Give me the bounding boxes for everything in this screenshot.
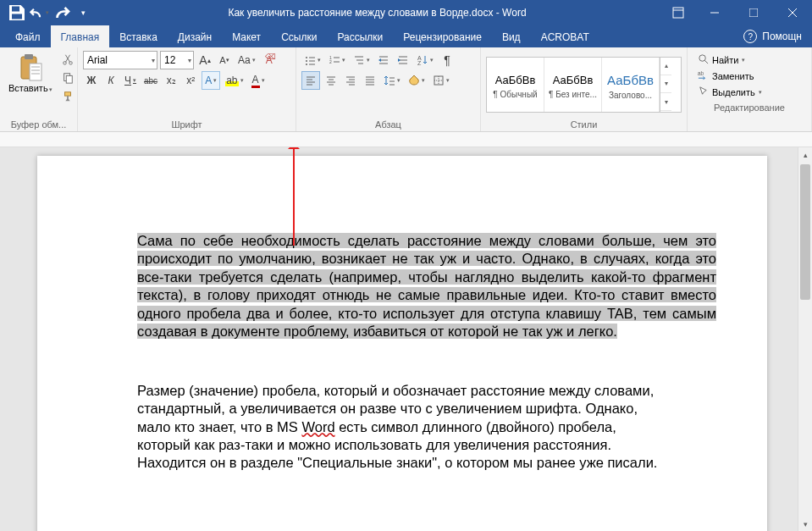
gallery-down[interactable]: ▾ (660, 75, 671, 93)
bold-button[interactable]: Ж (83, 71, 100, 90)
tab-acrobat[interactable]: ACROBAT (531, 25, 599, 47)
paragraph-1[interactable]: Сама по себе необходимость сделать расст… (137, 232, 716, 341)
document-page[interactable]: Сама по себе необходимость сделать расст… (37, 156, 767, 531)
font-color-button[interactable]: A (249, 71, 268, 90)
title-bar: ▾ Как увеличить расстояние между словами… (0, 0, 812, 25)
maximize-button[interactable] (734, 0, 773, 25)
ribbon-tabs: Файл Главная Вставка Дизайн Макет Ссылки… (0, 25, 812, 47)
svg-rect-17 (64, 92, 70, 96)
sort-button[interactable]: AZ (414, 51, 436, 69)
annotation-arrow (293, 147, 295, 246)
minimize-button[interactable] (695, 0, 734, 25)
align-center-button[interactable] (323, 71, 340, 90)
font-size-combo[interactable]: 12 (160, 51, 194, 69)
tab-view[interactable]: Вид (492, 25, 531, 47)
vertical-scrollbar[interactable]: ▴ ▾ (798, 147, 812, 531)
svg-rect-16 (66, 75, 72, 83)
cut-button[interactable] (59, 51, 76, 68)
clear-format-button[interactable]: A⌫ (261, 51, 278, 69)
window-controls (695, 0, 812, 25)
tab-references[interactable]: Ссылки (271, 25, 327, 47)
svg-rect-4 (749, 8, 758, 17)
window-title: Как увеличить расстояние между словами в… (93, 7, 661, 19)
tab-insert[interactable]: Вставка (109, 25, 168, 47)
tab-file[interactable]: Файл (5, 25, 51, 47)
show-marks-button[interactable]: ¶ (439, 51, 456, 69)
multilevel-button[interactable] (351, 51, 373, 69)
group-label-font: Шрифт (83, 118, 290, 131)
styles-gallery: АаБбВв ¶ Обычный АаБбВв ¶ Без инте... Аа… (486, 57, 682, 113)
group-clipboard: Вставить Буфер обм... (0, 47, 78, 131)
bullets-button[interactable] (301, 51, 323, 69)
shrink-font-button[interactable]: A▾ (216, 51, 233, 69)
quick-access-toolbar: ▾ (0, 3, 93, 23)
scroll-thumb[interactable] (800, 164, 810, 300)
format-painter-button[interactable] (59, 88, 76, 105)
search-icon (698, 53, 709, 66)
align-left-button[interactable] (301, 71, 320, 90)
svg-text:2: 2 (329, 59, 332, 64)
underline-button[interactable]: Ч (122, 71, 139, 90)
document-area: Сама по себе необходимость сделать расст… (0, 147, 812, 531)
group-label-styles: Стили (486, 118, 682, 131)
help-icon[interactable]: ? (743, 30, 757, 43)
subscript-button[interactable]: x₂ (163, 71, 180, 90)
svg-rect-0 (12, 7, 19, 12)
tab-mailings[interactable]: Рассылки (327, 25, 393, 47)
spellcheck-error: Word (301, 419, 334, 434)
style-normal[interactable]: АаБбВв ¶ Обычный (487, 58, 544, 112)
group-font: Arial 12 A▴ A▾ Aa A⌫ Ж К Ч abc x₂ x² A a… (78, 47, 296, 131)
italic-button[interactable]: К (102, 71, 119, 90)
tab-design[interactable]: Дизайн (168, 25, 222, 47)
line-spacing-button[interactable] (381, 71, 403, 90)
undo-button[interactable] (29, 3, 49, 23)
save-button[interactable] (7, 3, 27, 23)
svg-point-61 (699, 55, 705, 61)
redo-button[interactable] (51, 3, 71, 23)
scroll-up[interactable]: ▴ (798, 147, 812, 162)
gallery-scroll: ▴ ▾ ▾ (660, 58, 671, 112)
scroll-down[interactable]: ▾ (798, 517, 812, 531)
shading-button[interactable] (406, 71, 428, 90)
tab-review[interactable]: Рецензирование (393, 25, 492, 47)
highlight-button[interactable]: ab (223, 71, 246, 90)
paragraph-2[interactable]: Размер (значение) пробела, который и обо… (137, 382, 662, 473)
svg-point-18 (306, 57, 307, 58)
increase-indent-button[interactable] (395, 51, 412, 69)
style-heading1[interactable]: АаБбВв Заголово... (602, 58, 660, 112)
svg-rect-8 (25, 54, 33, 59)
borders-button[interactable] (430, 71, 452, 90)
decrease-indent-button[interactable] (375, 51, 392, 69)
numbering-button[interactable]: 12 (326, 51, 348, 69)
ribbon-display-options[interactable] (661, 7, 695, 19)
tab-layout[interactable]: Макет (222, 25, 271, 47)
gallery-more[interactable]: ▾ (660, 93, 671, 111)
font-name-combo[interactable]: Arial (83, 51, 157, 69)
svg-rect-2 (673, 8, 683, 18)
superscript-button[interactable]: x² (182, 71, 199, 90)
style-no-spacing[interactable]: АаБбВв ¶ Без инте... (544, 58, 602, 112)
tab-home[interactable]: Главная (51, 25, 110, 47)
paste-button[interactable]: Вставить (5, 51, 56, 118)
strike-button[interactable]: abc (141, 71, 160, 90)
copy-button[interactable] (59, 69, 76, 86)
group-label-paragraph: Абзац (301, 118, 475, 131)
grow-font-button[interactable]: A▴ (196, 51, 213, 69)
align-right-button[interactable] (342, 71, 359, 90)
svg-line-62 (704, 60, 708, 64)
find-button[interactable]: Найти ▾ (696, 53, 803, 67)
ribbon: Вставить Буфер обм... Arial 12 A▴ A▾ Aa … (0, 47, 812, 132)
change-case-button[interactable]: Aa (235, 51, 258, 69)
qat-customize[interactable]: ▾ (73, 3, 93, 23)
close-button[interactable] (773, 0, 812, 25)
svg-text:Z: Z (417, 60, 422, 66)
justify-button[interactable] (362, 71, 378, 90)
text-effects-button[interactable]: A (202, 71, 220, 90)
replace-button[interactable]: ab Заменить (696, 69, 803, 83)
svg-point-20 (306, 64, 307, 65)
gallery-up[interactable]: ▴ (660, 58, 671, 75)
select-button[interactable]: Выделить ▾ (696, 85, 803, 99)
cursor-icon (698, 86, 709, 98)
tell-me[interactable]: Помощн (762, 30, 802, 42)
horizontal-ruler[interactable] (0, 132, 812, 147)
